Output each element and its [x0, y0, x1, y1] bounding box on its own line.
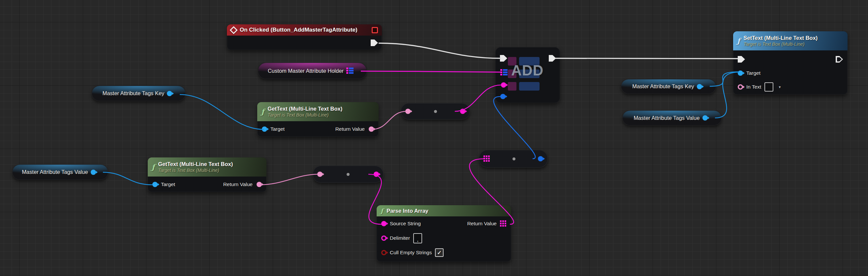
- value-pin-out[interactable]: [538, 156, 543, 161]
- string-array-pin-in[interactable]: [484, 156, 490, 162]
- string-pin-out[interactable]: [460, 109, 465, 114]
- pin-label: In Text: [746, 84, 761, 90]
- node-title: On Clicked (Button_AddMasterTagAttribute…: [240, 27, 358, 33]
- node-subtitle: Target is Text Box (Multi-Line): [743, 41, 817, 47]
- pin-label: Return Value: [223, 181, 253, 187]
- text-pin-in[interactable]: [317, 172, 322, 177]
- exec-out-pin[interactable]: [371, 39, 378, 46]
- conversion-dot-icon: [434, 110, 437, 113]
- in-text-input[interactable]: [765, 82, 773, 92]
- function-icon: ƒ: [380, 208, 383, 214]
- pin-label: Return Value: [335, 126, 365, 132]
- wire-conv3-to-add-value[interactable]: [494, 97, 535, 159]
- delimiter-input[interactable]: ,: [413, 233, 422, 243]
- node-title: Parse Into Array: [386, 208, 428, 214]
- event-diamond-icon: [229, 26, 238, 34]
- wire-map-holder-to-add[interactable]: [361, 71, 501, 72]
- pin-label: Target: [746, 70, 761, 76]
- text-pin-in[interactable]: [405, 109, 411, 114]
- source-string-pin[interactable]: [381, 221, 386, 226]
- wire-exec-onclicked-to-add[interactable]: [379, 43, 501, 58]
- node-on-clicked-event[interactable]: On Clicked (Button_AddMasterTagAttribute…: [227, 24, 382, 50]
- cull-empty-strings-pin[interactable]: [381, 250, 386, 255]
- pill-master-attribute-tags-key-right[interactable]: Master Attribute Tags Key: [621, 79, 716, 94]
- map-watermark-value-3: [519, 82, 539, 91]
- map-pin-icon[interactable]: [346, 68, 353, 74]
- pin-label: Target: [161, 181, 175, 187]
- object-pin[interactable]: [167, 91, 172, 96]
- key-pin[interactable]: [501, 82, 506, 88]
- value-pin[interactable]: [500, 94, 505, 99]
- pill-custom-master-attribute-holder[interactable]: Custom Master Attribute Holder: [258, 63, 367, 79]
- target-pin[interactable]: [152, 182, 158, 187]
- exec-out-pin[interactable]: [836, 56, 843, 63]
- node-subtitle: Target is Text Box (Multi-Line): [268, 112, 342, 118]
- delegate-pin[interactable]: [372, 27, 378, 33]
- object-pin[interactable]: [91, 170, 96, 175]
- node-title: GetText (Multi-Line Text Box): [268, 105, 342, 112]
- pin-label: Return Value: [467, 221, 497, 227]
- conv-text-to-string-1[interactable]: [401, 103, 470, 119]
- in-text-pin[interactable]: [738, 84, 743, 90]
- node-parse-into-array[interactable]: ƒ Parse Into Array Source String Return …: [377, 205, 511, 262]
- function-icon: ƒ: [737, 37, 740, 44]
- string-pin-out[interactable]: [374, 172, 379, 177]
- conversion-dot-icon: [347, 173, 349, 176]
- node-title: GetText (Multi-Line Text Box): [158, 161, 233, 168]
- wire-value-to-gettext2-target[interactable]: [103, 172, 152, 185]
- exec-in-pin[interactable]: [738, 56, 745, 63]
- object-pin[interactable]: [697, 84, 702, 89]
- add-watermark-text: ADD: [511, 62, 544, 79]
- exec-out-pin[interactable]: [549, 55, 556, 62]
- pin-label: Cull Empty Strings: [390, 250, 432, 255]
- pin-label: Source String: [390, 221, 421, 227]
- wire-exec-add-to-settext[interactable]: [555, 58, 738, 59]
- cull-empty-strings-checkbox[interactable]: ✓: [435, 248, 443, 257]
- exec-in-pin[interactable]: [500, 55, 507, 62]
- pill-master-attribute-tags-value-left[interactable]: Master Attribute Tags Value: [12, 164, 108, 180]
- conv-text-to-string-2[interactable]: [313, 166, 383, 183]
- map-watermark-key-3: [508, 82, 517, 91]
- node-title: SetText (Multi-Line Text Box): [743, 35, 817, 41]
- function-icon: ƒ: [152, 163, 155, 171]
- pill-master-attribute-tags-key-left[interactable]: Master Attribute Tags Key: [92, 85, 186, 101]
- wire-key-to-gettext1-target[interactable]: [180, 95, 264, 130]
- node-map-add[interactable]: ADD: [495, 47, 560, 103]
- target-pin[interactable]: [738, 70, 743, 76]
- delimiter-pin[interactable]: [381, 236, 386, 241]
- return-value-pin[interactable]: [369, 127, 374, 132]
- conv-string-array-to-value[interactable]: [479, 150, 548, 168]
- blueprint-graph-canvas[interactable]: On Clicked (Button_AddMasterTagAttribute…: [0, 0, 868, 276]
- return-value-pin[interactable]: [256, 182, 262, 187]
- node-gettext-1[interactable]: ƒ GetText (Multi-Line Text Box) Target i…: [257, 102, 379, 137]
- node-subtitle: Target is Text Box (Multi-Line): [158, 168, 233, 174]
- wire-gettext2-to-conv2[interactable]: [259, 174, 318, 185]
- node-settext[interactable]: ƒ SetText (Multi-Line Text Box) Target i…: [733, 31, 847, 95]
- object-pin[interactable]: [703, 115, 708, 120]
- map-target-pin[interactable]: [500, 69, 507, 76]
- pill-master-attribute-tags-value-right[interactable]: Master Attribute Tags Value: [622, 110, 721, 126]
- dropdown-caret-icon[interactable]: ▼: [778, 85, 781, 89]
- pin-label: Delimiter: [390, 235, 410, 241]
- node-gettext-2[interactable]: ƒ GetText (Multi-Line Text Box) Target i…: [148, 158, 267, 192]
- string-array-return-pin[interactable]: [500, 220, 506, 227]
- conversion-dot-icon: [513, 158, 516, 161]
- function-icon: ƒ: [261, 108, 264, 115]
- target-pin[interactable]: [262, 127, 267, 132]
- pin-label: Target: [271, 126, 285, 132]
